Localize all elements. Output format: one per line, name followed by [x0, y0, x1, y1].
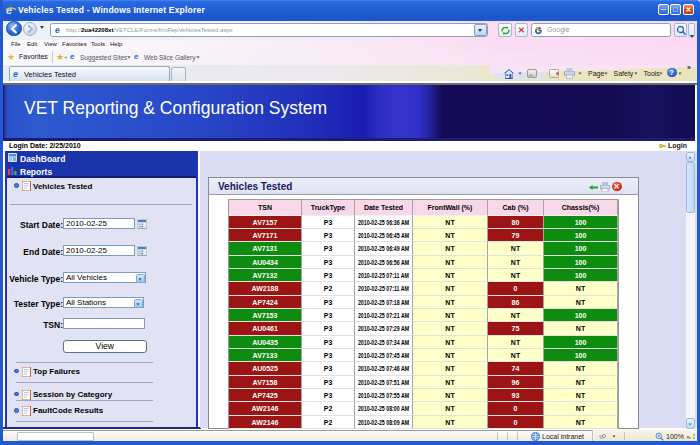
svg-text:e: e: [6, 4, 12, 16]
